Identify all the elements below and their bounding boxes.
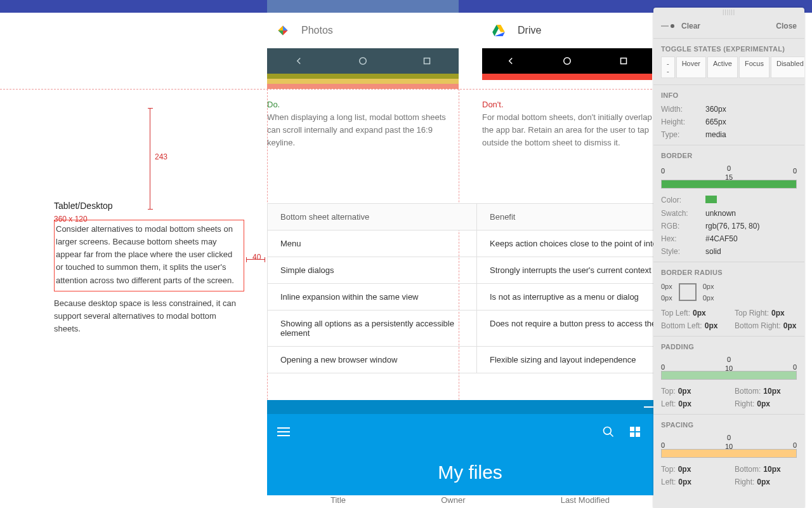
photos-navbar (267, 48, 459, 74)
state-hover-button[interactable]: Hover (676, 57, 706, 78)
guide-h (0, 89, 652, 90)
measure-h: 40 (252, 253, 261, 262)
tablet-window-chrome (267, 400, 673, 414)
state-disabled-button[interactable]: Disabled (771, 57, 804, 78)
color-swatch (705, 196, 717, 203)
red-stripe (482, 74, 652, 80)
svg-rect-10 (621, 58, 627, 64)
border-rgb: RGB:rgb(76, 175, 80) (653, 220, 804, 232)
photos-icon (277, 25, 289, 36)
alternatives-table: Bottom sheet alternative Benefit Menu Ke… (267, 203, 711, 373)
table-row: Opening a new browser window Flexible si… (268, 346, 710, 373)
search-icon (602, 425, 615, 438)
state-focus-button[interactable]: Focus (739, 57, 769, 78)
padding-heading: PADDING (653, 337, 804, 354)
padding-row-2: Left:0px Right:0px (653, 398, 804, 410)
stripe (267, 79, 459, 84)
info-height: Height:665px (653, 116, 804, 128)
radius-square-icon (679, 283, 697, 301)
home-icon (561, 55, 573, 67)
td: Strongly interrupts the user's current c… (477, 257, 664, 283)
mock-phone-drive: Drive (482, 13, 652, 80)
td: Showing all options as a persistently ac… (268, 311, 477, 346)
drive-title: Drive (518, 25, 541, 36)
state-active-button[interactable]: Active (707, 57, 738, 78)
td: Menu (268, 231, 477, 257)
svg-marker-1 (283, 26, 288, 31)
do-text: When displaying a long list, modal botto… (267, 111, 457, 149)
do-caption: Do. When displaying a long list, modal b… (267, 98, 457, 150)
col-owner: Owner (441, 495, 465, 508)
dont-text: For modal bottom sheets, don't initially… (482, 111, 652, 149)
th-alternative: Bottom sheet alternative (268, 204, 477, 230)
info-heading: INFO (653, 85, 804, 103)
recent-icon (421, 55, 433, 67)
table-row: Inline expansion within the same view Is… (268, 283, 710, 310)
table-row: Simple dialogs Strongly interrupts the u… (268, 257, 710, 283)
table-row: Showing all options as a persistently ac… (268, 310, 710, 346)
home-icon (357, 55, 369, 67)
clear-button[interactable]: Clear (681, 22, 700, 30)
svg-point-11 (604, 427, 612, 435)
radius-bottom-row: Bottom Left:0px Bottom Right:0px (653, 319, 804, 332)
do-label: Do. (267, 98, 457, 111)
drag-grip[interactable]: |||||| (653, 8, 804, 17)
tablet-appbar (267, 414, 673, 450)
toggle-states-heading: TOGGLE STATES (EXPERIMENTAL) (653, 39, 804, 57)
svg-point-4 (360, 58, 367, 65)
td: Flexible sizing and layout independence (477, 347, 649, 373)
paragraph: Because desktop space is less constraine… (54, 297, 244, 335)
tablet-title: My files (267, 450, 673, 495)
spacing-row-2: Left:0px Right:0px (653, 476, 804, 488)
measure-v: 243 (155, 152, 167, 161)
td: Simple dialogs (268, 257, 477, 283)
photos-title: Photos (301, 25, 333, 36)
menu-icon (277, 427, 290, 436)
border-heading: BORDER (653, 145, 804, 163)
info-width: Width:360px (653, 103, 804, 116)
spacing-bar (661, 449, 797, 458)
td: Is not as interruptive as a menu or dial… (477, 284, 652, 310)
state-none-button[interactable]: -- (661, 57, 675, 78)
td: Opening a new browser window (268, 347, 477, 373)
td: Inline expansion within the same view (268, 284, 477, 310)
photos-header: Photos (267, 13, 459, 48)
td: Does not require a button press to acces… (477, 311, 676, 346)
measure-bracket-v (150, 108, 150, 210)
spacing-heading: SPACING (653, 415, 804, 432)
padding-diagram: 0 0 0 10 (661, 358, 797, 382)
mock-phone-photos: Photos (267, 13, 459, 89)
opacity-slider[interactable] (661, 24, 675, 28)
recent-icon (618, 55, 629, 67)
table-header-row: Bottom sheet alternative Benefit (268, 204, 710, 230)
radius-top-row: Top Left:0px Top Right:0px (653, 307, 804, 319)
padding-bar (661, 371, 797, 380)
stripe (267, 74, 459, 79)
svg-marker-3 (278, 26, 284, 31)
info-type: Type:media (653, 128, 804, 141)
border-diagram: 0 0 0 15 (661, 167, 797, 191)
th-benefit: Benefit (477, 204, 528, 230)
tablet-table-head: Title Owner Last Modified (267, 495, 673, 508)
border-hex: Hex:#4CAF50 (653, 232, 804, 245)
back-icon (505, 55, 516, 67)
border-style: Style:solid (653, 245, 804, 258)
back-icon (293, 55, 304, 67)
view-grid-icon (630, 427, 640, 437)
dont-label: Don't. (482, 98, 652, 111)
minimize-icon (644, 406, 654, 408)
drive-icon (492, 25, 505, 36)
spacing-diagram: 0 0 0 10 (661, 436, 797, 460)
border-color: Color: (653, 194, 804, 207)
state-toggle-row: -- Hover Active Focus Disabled (653, 57, 804, 84)
radius-diagram: 0px0px 0px0px (653, 280, 804, 307)
inspector-panel[interactable]: |||||| Clear Close TOGGLE STATES (EXPERI… (653, 8, 804, 508)
border-swatch: Swatch:unknown (653, 207, 804, 220)
col-modified: Last Modified (561, 495, 610, 508)
selected-paragraph[interactable]: Consider alternatives to modal bottom sh… (54, 220, 244, 291)
drive-navbar (482, 48, 652, 74)
close-button[interactable]: Close (776, 22, 797, 30)
table-row: Menu Keeps action choices close to the p… (268, 230, 710, 257)
svg-line-12 (610, 434, 613, 437)
svg-rect-5 (424, 58, 429, 64)
